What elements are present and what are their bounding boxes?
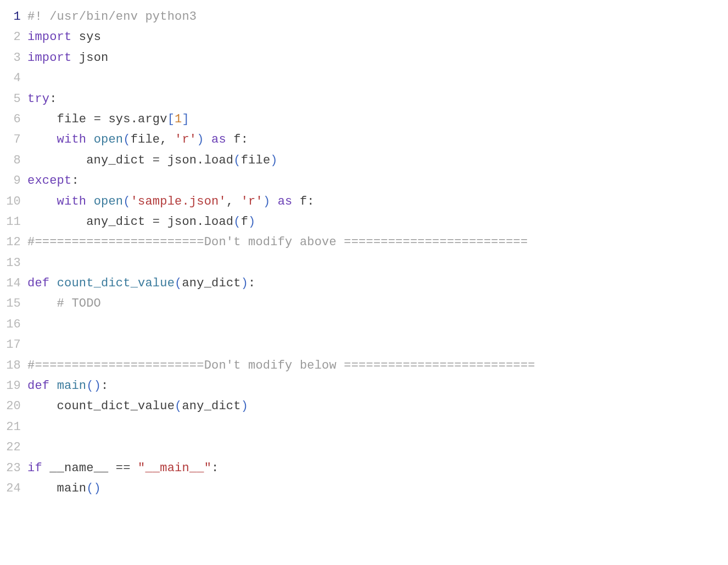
token-comment: # TODO xyxy=(57,297,101,310)
code-content[interactable]: #=======================Don't modify bel… xyxy=(27,355,728,376)
code-line[interactable]: 5try: xyxy=(0,89,728,109)
token-comment: #! /usr/bin/env python3 xyxy=(27,10,197,24)
code-content[interactable]: def count_dict_value(any_dict): xyxy=(27,273,728,293)
token-ident: json.load xyxy=(160,154,233,167)
line-number: 8 xyxy=(0,150,27,171)
code-line[interactable]: 6 file = sys.argv[1] xyxy=(0,109,728,129)
code-content[interactable]: import json xyxy=(27,48,728,68)
token-punct: : xyxy=(101,379,108,393)
token-comment: #=======================Don't modify bel… xyxy=(27,359,535,372)
token-ident xyxy=(86,133,93,146)
token-ident: json xyxy=(71,51,108,65)
token-ident xyxy=(204,133,211,146)
code-line[interactable]: 2import sys xyxy=(0,27,728,47)
line-number: 1 xyxy=(0,7,27,27)
code-line[interactable]: 15 # TODO xyxy=(0,293,728,314)
line-number: 22 xyxy=(0,437,27,457)
token-paren: () xyxy=(86,379,101,393)
line-number: 2 xyxy=(0,27,27,47)
code-line[interactable]: 1#! /usr/bin/env python3 xyxy=(0,7,728,27)
token-str: 'r' xyxy=(175,133,197,146)
code-content[interactable]: # TODO xyxy=(27,293,728,314)
token-keyword: if xyxy=(27,461,42,475)
code-line[interactable]: 11 any_dict = json.load(f) xyxy=(0,212,728,232)
line-number: 10 xyxy=(0,191,27,212)
code-line[interactable]: 17 xyxy=(0,335,728,355)
token-builtin: open xyxy=(94,195,124,208)
code-line[interactable]: 4 xyxy=(0,68,728,88)
line-number: 7 xyxy=(0,129,27,150)
code-line[interactable]: 7 with open(file, 'r') as f: xyxy=(0,129,728,150)
code-content[interactable]: with open('sample.json', 'r') as f: xyxy=(27,191,728,212)
token-paren: ( xyxy=(175,276,182,290)
code-content[interactable]: any_dict = json.load(f) xyxy=(27,212,728,232)
line-number: 21 xyxy=(0,417,27,437)
code-content[interactable]: def main(): xyxy=(27,376,728,396)
token-keyword: with xyxy=(57,133,87,146)
token-keyword: with xyxy=(57,195,87,208)
token-keyword: except xyxy=(27,174,71,188)
code-line[interactable]: 18#=======================Don't modify b… xyxy=(0,355,728,376)
code-line[interactable]: 13 xyxy=(0,253,728,273)
code-content[interactable]: any_dict = json.load(file) xyxy=(27,150,728,171)
code-content[interactable]: except: xyxy=(27,171,728,191)
token-keyword: as xyxy=(211,133,226,146)
code-content[interactable]: #=======================Don't modify abo… xyxy=(27,232,728,252)
code-content[interactable]: try: xyxy=(27,89,728,109)
code-line[interactable]: 8 any_dict = json.load(file) xyxy=(0,150,728,171)
token-keyword: as xyxy=(278,195,293,208)
token-ident: f xyxy=(241,215,248,229)
token-ident: main xyxy=(27,482,86,495)
token-ident xyxy=(27,297,57,310)
code-line[interactable]: 19def main(): xyxy=(0,376,728,396)
code-editor[interactable]: 1#! /usr/bin/env python32import sys3impo… xyxy=(0,7,728,499)
token-num: 1 xyxy=(175,112,182,126)
code-content[interactable]: import sys xyxy=(27,27,728,47)
token-ident: sys xyxy=(71,30,101,44)
line-number: 4 xyxy=(0,68,27,88)
token-str: 'r' xyxy=(241,195,263,208)
token-paren: ( xyxy=(233,215,240,229)
code-line[interactable]: 20 count_dict_value(any_dict) xyxy=(0,396,728,416)
code-line[interactable]: 24 main() xyxy=(0,478,728,499)
code-line[interactable]: 22 xyxy=(0,437,728,457)
token-ident xyxy=(86,195,93,208)
code-line[interactable]: 21 xyxy=(0,417,728,437)
token-paren: ) xyxy=(197,133,204,146)
line-number: 15 xyxy=(0,293,27,314)
code-content[interactable]: main() xyxy=(27,478,728,499)
token-ident xyxy=(270,195,277,208)
line-number: 14 xyxy=(0,273,27,293)
code-line[interactable]: 16 xyxy=(0,314,728,335)
token-ident: any_dict xyxy=(182,399,240,413)
token-ident xyxy=(131,461,138,475)
code-line[interactable]: 9except: xyxy=(0,171,728,191)
token-keyword: try xyxy=(27,92,49,106)
code-line[interactable]: 23if __name__ == "__main__": xyxy=(0,458,728,478)
token-ident: file xyxy=(241,154,271,167)
code-content[interactable]: #! /usr/bin/env python3 xyxy=(27,7,728,27)
code-line[interactable]: 3import json xyxy=(0,48,728,68)
token-builtin: main xyxy=(57,379,87,393)
token-ident xyxy=(27,195,57,208)
token-punct: : xyxy=(211,461,219,475)
token-ident: any_dict xyxy=(182,276,240,290)
token-bracket: ] xyxy=(182,112,189,126)
code-content[interactable]: file = sys.argv[1] xyxy=(27,109,728,129)
token-paren: ) xyxy=(248,215,255,229)
code-content[interactable]: count_dict_value(any_dict) xyxy=(27,396,728,416)
code-line[interactable]: 10 with open('sample.json', 'r') as f: xyxy=(0,191,728,212)
line-number: 12 xyxy=(0,232,27,252)
token-punct: == xyxy=(116,461,131,475)
token-punct: : xyxy=(248,276,255,290)
code-line[interactable]: 14def count_dict_value(any_dict): xyxy=(0,273,728,293)
code-content[interactable]: with open(file, 'r') as f: xyxy=(27,129,728,150)
token-paren: () xyxy=(86,482,101,495)
line-number: 3 xyxy=(0,48,27,68)
code-content[interactable]: if __name__ == "__main__": xyxy=(27,458,728,478)
token-ident: , xyxy=(226,195,241,208)
token-ident: any_dict xyxy=(27,215,153,229)
code-line[interactable]: 12#=======================Don't modify a… xyxy=(0,232,728,252)
token-bracket: [ xyxy=(167,112,175,126)
token-keyword: import xyxy=(27,30,71,44)
